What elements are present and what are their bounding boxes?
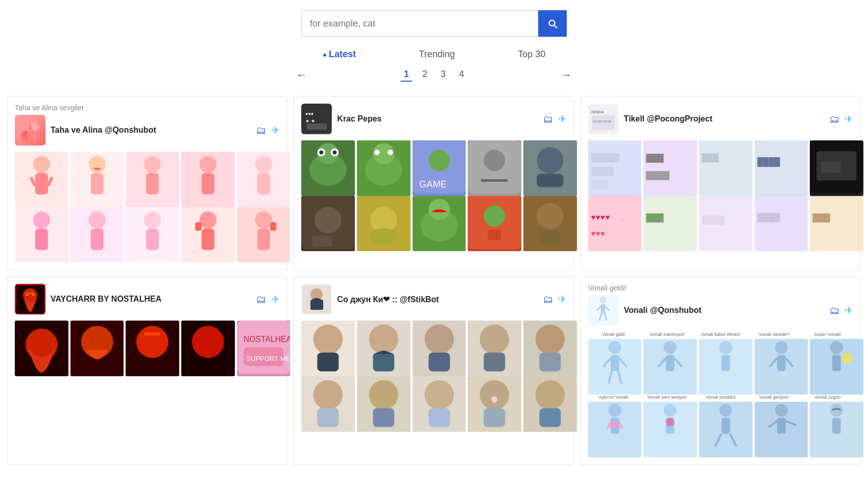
sticker-krac-6[interactable]: ░░░ [301,196,355,252]
pack-taha-name: Taha ve Alina @Qonshubot [51,126,251,135]
sticker-vonali-2[interactable] [643,339,697,395]
svg-rect-13 [202,173,214,194]
sticker-vonali-10[interactable] [810,402,863,457]
next-page-arrow[interactable]: → [556,68,577,82]
svg-rect-21 [146,229,159,250]
sticker-vaych-1[interactable] [15,321,68,376]
sticker-krac-7[interactable] [357,196,411,252]
tab-latest[interactable]: Latest [312,46,366,63]
page-1[interactable]: 1 [401,68,412,82]
sticker-taha-3[interactable] [126,152,179,207]
pack-vaycharr-name: VAYCHARR BY NOSTALHEA [51,295,251,304]
pack-vonali-row2 [588,402,853,455]
sticker-taha-6[interactable] [15,207,68,263]
sticker-tikell-4[interactable]: ████ [755,140,808,196]
sticker-vonali-1[interactable] [588,339,642,395]
tab-top30[interactable]: Top 30 [508,46,556,63]
pack-krac-send-btn[interactable]: ✈ [558,113,567,125]
svg-rect-89 [810,196,863,250]
sticker-sojun-5[interactable] [523,321,577,376]
sticker-sojun-1[interactable] [301,321,355,376]
sticker-vaych-2[interactable] [70,321,124,376]
page-3[interactable]: 3 [438,68,449,82]
sticker-vaych-5[interactable]: NOSTALHEASUPPORT ME [237,321,291,376]
page-numbers: 1 2 3 4 [401,68,467,82]
sticker-tikell-3[interactable]: ▒▒▒ [699,140,753,196]
svg-point-122 [314,380,343,410]
sticker-pack-sojun: Со джун Ки❤ :: @fStikBot 🗂 ✈ [294,276,574,465]
pack-sojun-send-btn[interactable]: ✈ [558,293,567,305]
sticker-tikell-10[interactable]: ▓▓▓ [810,196,863,252]
sticker-sojun-2[interactable] [357,321,411,376]
pack-tikell-name: Tikell @PocongProject [624,114,824,124]
search-icon [547,18,558,29]
prev-page-arrow[interactable]: ← [291,68,312,82]
sticker-sojun-7[interactable] [357,376,411,432]
page-4[interactable]: 4 [456,68,467,82]
sticker-taha-2[interactable] [70,152,124,207]
sticker-krac-1[interactable] [301,140,355,196]
sticker-sojun-6[interactable] [301,376,355,432]
pack-tikell-row1: ░░░░░░░░░░░░ ▓▓▓▓▓▓▓ ▒▒▒ ████ ░░░ [588,140,853,194]
krac-thumb-svg: ●●● ★ ★ [303,105,331,133]
search-button[interactable] [538,10,567,37]
svg-point-116 [424,325,454,354]
sticker-tikell-8[interactable]: ░░░░ [699,196,753,252]
sticker-sojun-4[interactable] [468,321,521,376]
sticker-krac-3[interactable]: GAME [413,140,466,196]
sticker-taha-1[interactable] [15,152,68,207]
svg-point-124 [369,380,399,410]
sticker-sojun-3[interactable] [413,321,466,376]
sticker-krac-8[interactable] [413,196,466,252]
sticker-taha-9[interactable] [181,207,235,263]
sticker-vonali-6[interactable] [588,402,642,457]
sticker-tikell-7[interactable]: ▓▓▓ [643,196,697,252]
page-2[interactable]: 2 [419,68,430,82]
pack-taha-folder-btn[interactable]: 🗂 [256,125,266,136]
pack-sojun-folder-btn[interactable]: 🗂 [543,294,553,305]
pack-taha-send-btn[interactable]: ✈ [271,124,280,136]
sticker-vonali-9[interactable] [755,402,808,457]
sticker-krac-9[interactable] [468,196,521,252]
sojun-thumb-svg [303,285,331,313]
sticker-taha-10[interactable] [237,207,291,263]
sticker-taha-4[interactable] [181,152,235,207]
vonali-label-5: Süper Vonali! [802,332,853,337]
pack-krac-folder-btn[interactable]: 🗂 [543,113,553,125]
sticker-sojun-10[interactable] [523,376,577,432]
svg-point-22 [200,211,216,228]
sticker-vonali-7[interactable] [643,402,697,457]
sticker-taha-8[interactable] [126,207,179,263]
tab-trending[interactable]: Trending [408,46,465,63]
svg-text:░░░: ░░░ [821,161,841,173]
sticker-krac-5[interactable] [523,140,577,196]
sticker-krac-4[interactable] [468,140,521,196]
pack-vonali-send-btn[interactable]: ✈ [845,304,853,316]
svg-text:DINDA: DINDA [591,110,605,114]
pack-tikell-folder-btn[interactable]: 🗂 [829,113,839,125]
sticker-taha-5[interactable] [237,152,291,207]
search-input[interactable] [301,10,538,37]
pack-tikell-send-btn[interactable]: ✈ [845,113,853,125]
sticker-vonali-4[interactable] [755,339,808,395]
sticker-vaych-4[interactable] [181,321,235,376]
sticker-tikell-9[interactable]: ▒▒▒▒ [755,196,808,252]
sticker-vonali-5[interactable] [810,339,863,395]
sticker-krac-10[interactable] [523,196,577,252]
sticker-krac-2[interactable] [357,140,411,196]
pack-vaycharr-send-btn[interactable]: ✈ [271,293,280,305]
svg-rect-129 [484,408,505,427]
sticker-tikell-5[interactable]: ░░░ [810,140,863,196]
svg-point-48 [537,147,563,174]
sticker-tikell-6[interactable]: ♥♥♥♥♥♥♥ [588,196,642,252]
sticker-vaych-3[interactable] [126,321,179,376]
sticker-sojun-9[interactable] [468,376,521,432]
sticker-tikell-2[interactable]: ▓▓▓▓▓▓▓ [643,140,697,196]
pack-vonali-folder-btn[interactable]: 🗂 [829,305,839,316]
sticker-tikell-1[interactable]: ░░░░░░░░░░░░ [588,140,642,196]
sticker-vonali-8[interactable] [699,402,753,457]
sticker-vonali-3[interactable] [699,339,753,395]
pack-vaycharr-folder-btn[interactable]: 🗂 [256,294,266,305]
sticker-sojun-8[interactable] [413,376,466,432]
sticker-taha-7[interactable] [70,207,124,263]
